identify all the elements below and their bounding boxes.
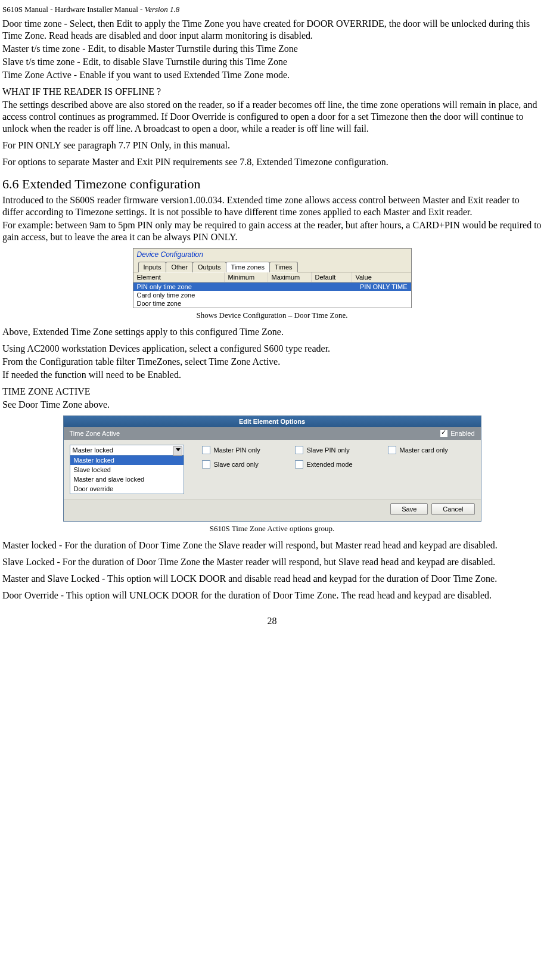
col-maximum[interactable]: Maximum — [268, 272, 312, 282]
tab-other[interactable]: Other — [166, 262, 193, 272]
header-version: Version 1.8 — [145, 5, 180, 14]
text: - Edit, to disable Master Turnstile duri… — [80, 44, 298, 54]
para-door-time-zone: Door time zone - Select, then Edit to ap… — [2, 18, 542, 42]
para-using-ac2000: Using AC2000 workstation Devices applica… — [2, 343, 542, 355]
label-door-time-zone: Door Time Zone — [18, 399, 82, 410]
para-slave-locked: Slave Locked - For the duration of Door … — [2, 556, 542, 568]
checkmark-icon — [440, 430, 447, 437]
label-edit: Edit — [117, 18, 133, 29]
label-configuration: Configuration — [39, 356, 93, 367]
cancel-button[interactable]: Cancel — [431, 503, 474, 515]
chevron-down-icon — [176, 448, 181, 451]
col-minimum[interactable]: Minimum — [225, 272, 268, 282]
checkbox-icon — [295, 460, 303, 469]
page-header: S610S Manual - Hardware Installer Manual… — [2, 5, 542, 14]
text: , select — [180, 356, 209, 367]
dropdown-value: Master locked — [73, 446, 113, 454]
checkbox-master-card[interactable]: Master card only — [388, 446, 475, 454]
checkbox-icon — [295, 446, 303, 454]
column-headers: Element Minimum Maximum Default Value — [133, 272, 411, 283]
mode-dropdown[interactable]: Master locked Master locked Slave locked… — [70, 445, 184, 494]
save-button[interactable]: Save — [390, 503, 428, 515]
text: . — [179, 370, 181, 380]
para-above-settings: Above, Extended Time Zone settings apply… — [2, 326, 542, 338]
tab-time-zones[interactable]: Time zones — [226, 262, 270, 272]
label-timezones: TimeZones — [137, 356, 180, 367]
checkbox-icon — [388, 446, 396, 454]
tab-times[interactable]: Times — [269, 262, 298, 272]
enabled-label: Enabled — [450, 430, 474, 437]
text: From the — [2, 356, 39, 367]
figure-caption: Shows Device Configuration – Door Time Z… — [2, 311, 542, 320]
checkbox-label: Slave card only — [214, 461, 259, 468]
checkbox-extended-mode[interactable]: Extended mode — [295, 460, 382, 469]
device-configuration-panel: Device Configuration Inputs Other Output… — [133, 248, 412, 308]
checkbox-label: Extended mode — [307, 461, 353, 468]
para-if-needed: If needed the function will need to be E… — [2, 369, 542, 381]
checkbox-slave-card[interactable]: Slave card only — [202, 460, 289, 469]
para-master-ts: Master t/s time zone - Edit, to disable … — [2, 43, 542, 55]
para-master-locked: Master locked - For the duration of Door… — [2, 539, 542, 551]
label-time-zone-active: Time Zone Active — [209, 356, 278, 367]
checkbox-label: Master card only — [400, 446, 448, 454]
col-value[interactable]: Value — [352, 272, 411, 282]
checkbox-slave-pin[interactable]: Slave PIN only — [295, 446, 382, 454]
label-door-time-zone: Door time zone — [2, 18, 62, 29]
tab-row: Inputs Other Outputs Time zones Times — [133, 261, 411, 272]
col-element[interactable]: Element — [133, 272, 225, 282]
checkbox-grid: Master PIN only Slave PIN only Master ca… — [202, 445, 475, 494]
tab-inputs[interactable]: Inputs — [138, 262, 167, 272]
dropdown-option[interactable]: Master and slave locked — [70, 475, 184, 484]
checkbox-icon — [202, 460, 210, 469]
para-from-config: From the Configuration table filter Time… — [2, 356, 542, 368]
label-enabled: Enabled — [147, 370, 178, 380]
bar-label: Time Zone Active — [70, 430, 120, 437]
label-door-override: Door Override — [2, 590, 58, 600]
dropdown-option[interactable]: Slave locked — [70, 465, 184, 475]
checkbox-master-pin[interactable]: Master PIN only — [202, 446, 289, 454]
dialog-title: Edit Element Options — [64, 416, 481, 427]
label-master-slave-locked: Master and Slave Locked — [2, 573, 100, 584]
checkbox-label: Master PIN only — [214, 446, 260, 454]
heading-offline: WHAT IF THE READER IS OFFLINE ? — [2, 86, 542, 98]
para-master-slave-locked: Master and Slave Locked - This option wi… — [2, 573, 542, 585]
label-master-locked: Master locked — [2, 540, 57, 550]
col-default[interactable]: Default — [312, 272, 352, 282]
table-row[interactable]: Door time zone — [133, 299, 411, 308]
checkbox-label: Slave PIN only — [307, 446, 350, 454]
cell-element: PIN only time zone — [137, 283, 192, 290]
label-slave-ts: Slave t/s time zone — [2, 57, 74, 67]
cell-element: Door time zone — [137, 300, 182, 307]
dropdown-option[interactable]: Master locked — [70, 455, 184, 465]
para-tz-active: Time Zone Active - Enable if you want to… — [2, 69, 542, 81]
enabled-checkbox[interactable]: Enabled — [440, 430, 474, 437]
para-slave-ts: Slave t/s time zone - Edit, to disable S… — [2, 56, 542, 68]
cell-value: PIN ONLY TIME — [360, 283, 407, 290]
label-tz-active: Time Zone Active — [2, 70, 72, 80]
para-example: For example: between 9am to 5pm PIN only… — [2, 219, 542, 243]
text: . — [278, 356, 280, 367]
text: table filter — [93, 356, 137, 367]
tab-outputs[interactable]: Outputs — [192, 262, 226, 272]
dialog-section-bar: Time Zone Active Enabled — [64, 427, 481, 440]
table-row[interactable]: Card only time zone — [133, 291, 411, 299]
dropdown-selected[interactable]: Master locked — [70, 445, 184, 455]
section-heading: 6.6 Extended Timezone configuration — [2, 176, 542, 192]
text: - Edit, to disable Slave Turnstile durin… — [74, 57, 287, 67]
edit-element-options-dialog: Edit Element Options Time Zone Active En… — [63, 415, 481, 522]
panel-title: Device Configuration — [133, 249, 411, 261]
text: - This option will LOCK DOOR and disable… — [100, 573, 497, 584]
page-number: 28 — [2, 616, 542, 627]
text: - This option will UNLOCK DOOR for the d… — [58, 590, 492, 600]
checkbox-icon — [202, 446, 210, 454]
text: - Enable if you want to used Extended Ti… — [72, 70, 290, 80]
para-offline-body: The settings described above are also st… — [2, 99, 542, 135]
text: above. — [82, 399, 110, 410]
figure-caption: S610S Time Zone Active options group. — [2, 524, 542, 534]
text: - Select, then — [62, 18, 117, 29]
text: - For the duration of Door Time Zone the… — [57, 540, 498, 550]
text: If needed the function will need to be — [2, 370, 147, 380]
table-row[interactable]: PIN only time zone PIN ONLY TIME — [133, 283, 411, 291]
para-door-override: Door Override - This option will UNLOCK … — [2, 590, 542, 601]
dropdown-option[interactable]: Door override — [70, 484, 184, 494]
